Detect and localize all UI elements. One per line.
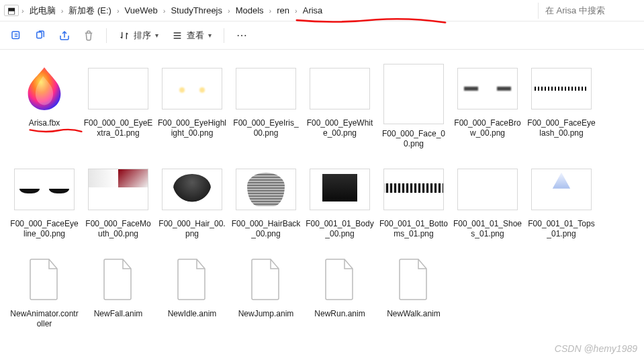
file-name: F00_000_Hair_00.png <box>157 219 227 239</box>
svg-rect-0 <box>12 32 19 39</box>
file-thumbnail <box>528 163 595 216</box>
file-name: F00_001_01_Bottoms_01.png <box>379 219 449 239</box>
watermark: CSDN @hemy1989 <box>555 343 637 354</box>
file-item[interactable]: NewAnimator.controller <box>8 253 81 329</box>
file-item[interactable]: F00_000_FaceBrow_00.png <box>451 62 524 149</box>
file-name: F00_000_EyeIris_00.png <box>231 118 301 138</box>
file-item[interactable]: F00_001_01_Tops_01.png <box>525 163 598 239</box>
crumb-ren[interactable]: ren <box>274 4 292 17</box>
view-icon <box>172 30 183 41</box>
file-item[interactable]: NewWalk.anim <box>377 253 450 329</box>
file-item[interactable]: F00_001_01_Body_00.png <box>304 163 376 239</box>
file-item[interactable]: F00_000_EyeHighlight_00.png <box>156 62 228 149</box>
file-name: F00_000_Face_00.png <box>379 129 449 149</box>
share-icon[interactable] <box>54 25 75 46</box>
toolbar-divider <box>224 28 224 43</box>
file-name: F00_000_FaceEyeline_00.png <box>9 219 79 239</box>
file-item[interactable]: NewIdle.anim <box>156 253 228 329</box>
file-item[interactable]: NewFall.anim <box>82 253 154 329</box>
file-item[interactable]: F00_001_01_Shoes_01.png <box>451 163 524 239</box>
toolbar-divider <box>106 28 107 43</box>
file-thumbnail <box>380 163 447 216</box>
file-name: Arisa.fbx <box>29 118 60 128</box>
crumb-models[interactable]: Models <box>233 4 267 17</box>
file-item[interactable]: F00_000_FaceMouth_00.png <box>82 163 154 239</box>
chevron-right-icon: › <box>293 7 299 15</box>
file-thumbnail <box>380 62 447 126</box>
toolbar: 排序 ▾ 查看 ▾ ⋯ <box>0 21 644 50</box>
file-thumbnail <box>158 163 226 216</box>
chevron-down-icon: ▾ <box>208 32 212 39</box>
file-item[interactable]: F00_000_FaceEyeline_00.png <box>8 163 81 239</box>
chevron-right-icon: › <box>268 7 273 15</box>
file-name: F00_000_HairBack_00.png <box>231 219 301 239</box>
file-item[interactable]: Arisa.fbx <box>8 62 81 149</box>
file-thumbnail <box>232 62 300 116</box>
file-item[interactable]: F00_000_00_EyeExtra_01.png <box>82 62 154 149</box>
cut-icon[interactable] <box>5 25 27 46</box>
file-thumbnail <box>158 62 226 116</box>
crumb[interactable]: ⬒ <box>4 5 19 16</box>
file-item[interactable]: NewRun.anim <box>304 253 376 329</box>
file-name: F00_001_01_Body_00.png <box>305 219 375 239</box>
file-thumbnail <box>528 62 595 116</box>
svg-rect-1 <box>37 32 42 38</box>
breadcrumb: ⬒ › 此电脑 › 新加卷 (E:) › VueWeb › StudyThree… <box>4 3 533 18</box>
file-thumbnail <box>85 253 152 306</box>
file-thumbnail <box>85 163 152 216</box>
chevron-right-icon: › <box>162 7 167 15</box>
crumb-drive[interactable]: 新加卷 (E:) <box>66 3 114 18</box>
file-item[interactable]: F00_000_HairBack_00.png <box>230 163 302 239</box>
view-button[interactable]: 查看 ▾ <box>167 27 217 44</box>
file-name: NewRun.anim <box>314 309 365 319</box>
chevron-right-icon: › <box>226 7 232 15</box>
search-placeholder: 在 Arisa 中搜索 <box>545 5 605 17</box>
file-thumbnail <box>232 253 300 306</box>
file-name: F00_001_01_Tops_01.png <box>526 219 596 239</box>
sort-label: 排序 <box>134 30 151 42</box>
file-thumbnail <box>11 62 78 116</box>
file-item[interactable]: F00_000_EyeWhite_00.png <box>304 62 376 149</box>
file-item[interactable]: F00_000_EyeIris_00.png <box>230 62 302 149</box>
file-thumbnail <box>454 62 521 116</box>
file-thumbnail <box>85 62 152 116</box>
file-name: F00_000_EyeHighlight_00.png <box>157 118 227 138</box>
file-name: F00_001_01_Shoes_01.png <box>453 219 522 239</box>
sort-button[interactable]: 排序 ▾ <box>113 27 164 44</box>
file-thumbnail <box>11 253 78 306</box>
file-thumbnail <box>306 253 373 306</box>
file-thumbnail <box>306 163 373 216</box>
file-item[interactable]: F00_000_Hair_00.png <box>156 163 228 239</box>
file-thumbnail <box>306 62 373 116</box>
view-label: 查看 <box>187 30 204 42</box>
file-name: NewJump.anim <box>238 309 294 319</box>
crumb-arisa[interactable]: Arisa <box>300 4 326 17</box>
crumb-vueweb[interactable]: VueWeb <box>122 4 160 17</box>
file-item[interactable]: NewJump.anim <box>230 253 302 329</box>
file-name: NewWalk.anim <box>387 309 441 319</box>
file-item[interactable]: F00_001_01_Bottoms_01.png <box>377 163 450 239</box>
file-item[interactable]: F00_000_Face_00.png <box>377 62 450 149</box>
crumb-pc[interactable]: 此电脑 <box>27 3 58 18</box>
file-name: F00_000_EyeWhite_00.png <box>305 118 375 138</box>
chevron-right-icon: › <box>20 7 26 15</box>
file-item[interactable]: F00_000_FaceEyelash_00.png <box>525 62 598 149</box>
file-name: F00_000_FaceBrow_00.png <box>453 118 522 138</box>
file-thumbnail <box>380 253 447 306</box>
copy-icon[interactable] <box>30 25 51 46</box>
search-input[interactable]: 在 Arisa 中搜索 <box>538 3 640 19</box>
crumb-studythreejs[interactable]: StudyThreejs <box>168 4 225 17</box>
file-name: NewAnimator.controller <box>9 309 79 329</box>
sort-icon <box>119 30 130 41</box>
more-icon[interactable]: ⋯ <box>231 25 252 46</box>
file-name: NewFall.anim <box>94 309 143 319</box>
chevron-right-icon: › <box>60 7 65 15</box>
files-grid: Arisa.fbxF00_000_00_EyeExtra_01.pngF00_0… <box>0 50 644 341</box>
file-thumbnail <box>232 163 300 216</box>
chevron-right-icon: › <box>116 7 121 15</box>
file-thumbnail <box>158 253 226 306</box>
delete-icon[interactable] <box>78 25 99 46</box>
file-name: NewIdle.anim <box>168 309 217 319</box>
file-name: F00_000_FaceMouth_00.png <box>83 219 153 239</box>
file-thumbnail <box>454 163 521 216</box>
